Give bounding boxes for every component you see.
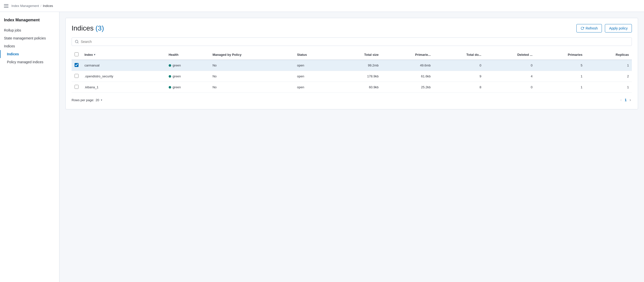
- row-managed-by-policy: No: [210, 60, 294, 71]
- row-deleted-docs: 0: [484, 60, 536, 71]
- apply-policy-button[interactable]: Apply policy: [605, 24, 632, 33]
- rows-per-page-label: Rows per page:: [72, 98, 94, 102]
- row-status: open: [294, 60, 332, 71]
- menu-icon[interactable]: [4, 4, 8, 8]
- sort-icon: ▾: [94, 53, 95, 56]
- table-footer: Rows per page: 20 ▾ ‹ 1 ›: [72, 97, 632, 103]
- row-health: green: [166, 82, 210, 93]
- table-row[interactable]: .kibana_1 green No open 60.9kb 25.2kb 8 …: [72, 82, 632, 93]
- health-dot-icon: [169, 86, 171, 89]
- row-status: open: [294, 82, 332, 93]
- panel-title-text: Indices: [72, 24, 94, 32]
- col-header-total-size: Total size: [332, 50, 382, 60]
- rows-per-page-chevron-icon: ▾: [101, 99, 102, 102]
- row-index-name: .opendistro_security: [82, 71, 166, 82]
- sidebar-item-indices[interactable]: Indices: [0, 50, 59, 58]
- sidebar-item-state-management-policies[interactable]: State management policies: [0, 34, 59, 42]
- refresh-label: Refresh: [586, 26, 598, 30]
- refresh-button[interactable]: Refresh: [576, 24, 602, 33]
- pagination: ‹ 1 ›: [620, 97, 632, 103]
- col-header-status: Status: [294, 50, 332, 60]
- row-total-docs: 0: [434, 60, 484, 71]
- breadcrumb-parent[interactable]: Index Management: [12, 4, 39, 8]
- row-checkbox-cell[interactable]: [72, 82, 82, 93]
- row-index-name: .kibana_1: [82, 82, 166, 93]
- row-health: green: [166, 71, 210, 82]
- col-header-total-docs: Total do...: [434, 50, 484, 60]
- apply-policy-label: Apply policy: [609, 26, 628, 30]
- row-total-size: 99.2mb: [332, 60, 382, 71]
- panel-title: Indices (3): [72, 24, 104, 32]
- health-dot-icon: [169, 64, 171, 67]
- row-primaries: 1: [536, 82, 586, 93]
- rows-per-page-control[interactable]: Rows per page: 20 ▾: [72, 98, 102, 102]
- refresh-icon: [580, 27, 584, 30]
- current-page[interactable]: 1: [625, 98, 627, 102]
- rows-per-page-value: 20: [96, 98, 99, 102]
- search-bar[interactable]: [72, 38, 632, 46]
- col-header-index[interactable]: Index ▾: [82, 50, 166, 60]
- row-checkbox[interactable]: [74, 85, 78, 89]
- sidebar-item-rollup-jobs[interactable]: Rollup jobs: [0, 26, 59, 34]
- row-checkbox-cell[interactable]: [72, 60, 82, 71]
- row-total-docs: 8: [434, 82, 484, 93]
- row-deleted-docs: 4: [484, 71, 536, 82]
- row-primaries: 1: [536, 71, 586, 82]
- col-header-primaries-size: Primarie...: [382, 50, 434, 60]
- search-input[interactable]: [81, 40, 629, 44]
- row-primaries-size: 61.6kb: [382, 71, 434, 82]
- health-label: green: [173, 64, 181, 67]
- col-header-managed-by-policy: Managed by Policy: [210, 50, 294, 60]
- layout: Index Management Rollup jobs State manag…: [0, 12, 644, 282]
- row-managed-by-policy: No: [210, 71, 294, 82]
- row-status: open: [294, 71, 332, 82]
- sidebar-title: Index Management: [0, 18, 59, 26]
- row-checkbox[interactable]: [74, 63, 78, 67]
- health-label: green: [173, 74, 181, 78]
- row-managed-by-policy: No: [210, 82, 294, 93]
- row-total-size: 60.9kb: [332, 82, 382, 93]
- row-replicas: 2: [585, 71, 632, 82]
- next-page-button[interactable]: ›: [629, 97, 632, 103]
- main-content: Indices (3) Refresh Apply policy: [60, 12, 644, 282]
- row-total-size: 178.9kb: [332, 71, 382, 82]
- panel-count: (3): [96, 24, 104, 32]
- table-row[interactable]: .opendistro_security green No open 178.9…: [72, 71, 632, 82]
- sidebar-item-policy-managed-indices[interactable]: Policy managed indices: [0, 58, 59, 66]
- row-primaries-size: 25.2kb: [382, 82, 434, 93]
- table-body: carmanual green No open 99.2mb 49.6mb 0 …: [72, 60, 632, 93]
- col-header-health: Health: [166, 50, 210, 60]
- table-row[interactable]: carmanual green No open 99.2mb 49.6mb 0 …: [72, 60, 632, 71]
- breadcrumb-separator: /: [40, 4, 41, 8]
- svg-line-1: [78, 42, 78, 43]
- row-primaries: 5: [536, 60, 586, 71]
- row-checkbox[interactable]: [74, 74, 78, 78]
- row-replicas: 1: [585, 60, 632, 71]
- select-all-header[interactable]: [72, 50, 82, 60]
- top-bar: Index Management / Indices: [0, 0, 644, 12]
- indices-table: Index ▾ Health Managed by Policy Status: [72, 50, 632, 93]
- health-dot-icon: [169, 75, 171, 78]
- col-header-primaries: Primaries: [536, 50, 586, 60]
- header-actions: Refresh Apply policy: [576, 24, 632, 33]
- row-deleted-docs: 0: [484, 82, 536, 93]
- row-checkbox-cell[interactable]: [72, 71, 82, 82]
- search-icon: [75, 40, 79, 44]
- row-primaries-size: 49.6mb: [382, 60, 434, 71]
- row-replicas: 1: [585, 82, 632, 93]
- select-all-checkbox[interactable]: [74, 52, 78, 56]
- prev-page-button[interactable]: ‹: [620, 97, 623, 103]
- content-panel: Indices (3) Refresh Apply policy: [66, 18, 638, 109]
- col-header-replicas: Replicas: [585, 50, 632, 60]
- row-total-docs: 9: [434, 71, 484, 82]
- row-health: green: [166, 60, 210, 71]
- breadcrumb-current: Indices: [43, 4, 53, 8]
- panel-header: Indices (3) Refresh Apply policy: [72, 24, 632, 33]
- breadcrumb: Index Management / Indices: [12, 4, 53, 8]
- health-label: green: [173, 85, 181, 89]
- sidebar-section-indices: Indices: [0, 42, 59, 50]
- col-header-deleted-docs: Deleted ...: [484, 50, 536, 60]
- sidebar: Index Management Rollup jobs State manag…: [0, 12, 60, 282]
- row-index-name: carmanual: [82, 60, 166, 71]
- table-header: Index ▾ Health Managed by Policy Status: [72, 50, 632, 60]
